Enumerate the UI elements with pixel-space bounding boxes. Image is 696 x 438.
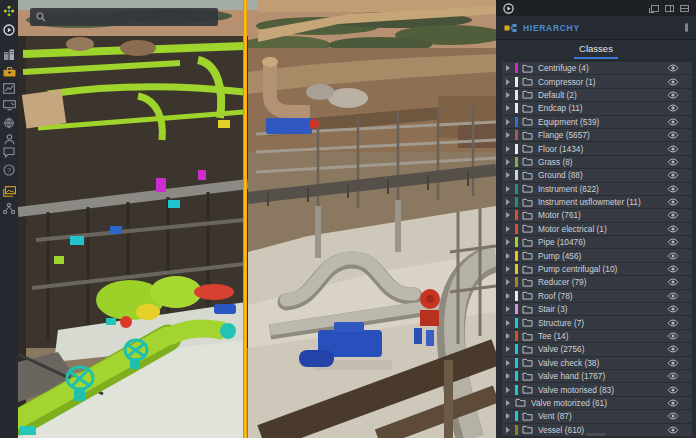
panel-play-circle-icon[interactable] bbox=[503, 3, 514, 14]
class-row[interactable]: Roof (78) bbox=[502, 290, 692, 302]
class-row[interactable]: Motor electrical (1) bbox=[502, 223, 692, 235]
class-row[interactable]: Default (2) bbox=[502, 89, 692, 101]
class-row[interactable]: Flange (5657) bbox=[502, 129, 692, 141]
class-row[interactable]: Valve hand (1767) bbox=[502, 370, 692, 382]
visibility-eye-icon[interactable] bbox=[667, 118, 679, 126]
visibility-eye-icon[interactable] bbox=[667, 265, 679, 273]
new-pane-icon[interactable] bbox=[651, 5, 659, 12]
expand-arrow-icon[interactable] bbox=[506, 65, 510, 71]
chat-icon[interactable] bbox=[2, 146, 16, 159]
class-row[interactable]: Stair (3) bbox=[502, 303, 692, 315]
class-row[interactable]: Grass (8) bbox=[502, 156, 692, 168]
tab-classes[interactable]: Classes bbox=[574, 43, 618, 59]
visibility-eye-icon[interactable] bbox=[667, 91, 679, 99]
search-bar[interactable] bbox=[30, 8, 218, 26]
globe-icon[interactable] bbox=[2, 116, 16, 129]
visibility-eye-icon[interactable] bbox=[667, 238, 679, 246]
expand-arrow-icon[interactable] bbox=[506, 253, 510, 259]
user-icon[interactable] bbox=[2, 133, 16, 146]
visibility-eye-icon[interactable] bbox=[667, 171, 679, 179]
visibility-eye-icon[interactable] bbox=[667, 104, 679, 112]
visibility-eye-icon[interactable] bbox=[667, 198, 679, 206]
visibility-eye-icon[interactable] bbox=[667, 426, 679, 434]
comparison-divider[interactable] bbox=[243, 0, 247, 438]
class-row[interactable]: Valve check (38) bbox=[502, 357, 692, 369]
visibility-eye-icon[interactable] bbox=[667, 64, 679, 72]
viewport-scene[interactable] bbox=[18, 0, 496, 438]
panel-grip-handle[interactable] bbox=[685, 23, 688, 32]
expand-arrow-icon[interactable] bbox=[506, 172, 510, 178]
chart-icon[interactable] bbox=[2, 82, 16, 95]
expand-arrow-icon[interactable] bbox=[506, 199, 510, 205]
class-row[interactable]: Instrument usflowmeter (11) bbox=[502, 196, 692, 208]
panel-scrollbar[interactable] bbox=[586, 433, 606, 436]
expand-arrow-icon[interactable] bbox=[506, 266, 510, 272]
expand-arrow-icon[interactable] bbox=[506, 146, 510, 152]
visibility-eye-icon[interactable] bbox=[667, 158, 679, 166]
visibility-eye-icon[interactable] bbox=[667, 412, 679, 420]
visibility-eye-icon[interactable] bbox=[667, 252, 679, 260]
split-horizontal-icon[interactable] bbox=[680, 5, 689, 12]
expand-arrow-icon[interactable] bbox=[506, 105, 510, 111]
class-row[interactable]: Endcap (11) bbox=[502, 102, 692, 114]
class-row[interactable]: Centrifuge (4) bbox=[502, 62, 692, 74]
class-row[interactable]: Valve (2756) bbox=[502, 343, 692, 355]
expand-arrow-icon[interactable] bbox=[506, 79, 510, 85]
expand-arrow-icon[interactable] bbox=[506, 346, 510, 352]
play-circle-icon[interactable] bbox=[2, 23, 16, 36]
visibility-eye-icon[interactable] bbox=[667, 305, 679, 313]
display-icon[interactable] bbox=[2, 99, 16, 112]
visibility-eye-icon[interactable] bbox=[667, 319, 679, 327]
expand-arrow-icon[interactable] bbox=[506, 387, 510, 393]
expand-arrow-icon[interactable] bbox=[506, 239, 510, 245]
expand-arrow-icon[interactable] bbox=[506, 92, 510, 98]
class-row[interactable]: Structure (7) bbox=[502, 316, 692, 328]
class-row[interactable]: Compressor (1) bbox=[502, 75, 692, 87]
expand-arrow-icon[interactable] bbox=[506, 413, 510, 419]
expand-arrow-icon[interactable] bbox=[506, 132, 510, 138]
class-row[interactable]: Ground (88) bbox=[502, 169, 692, 181]
share-icon[interactable] bbox=[2, 202, 16, 215]
class-row[interactable]: Tee (14) bbox=[502, 330, 692, 342]
buildings-icon[interactable] bbox=[2, 48, 16, 61]
class-row[interactable]: Motor (761) bbox=[502, 209, 692, 221]
gallery-icon[interactable] bbox=[2, 185, 16, 198]
expand-arrow-icon[interactable] bbox=[506, 320, 510, 326]
expand-arrow-icon[interactable] bbox=[506, 279, 510, 285]
visibility-eye-icon[interactable] bbox=[667, 211, 679, 219]
expand-arrow-icon[interactable] bbox=[506, 159, 510, 165]
class-row[interactable]: Equipment (539) bbox=[502, 116, 692, 128]
viewport-3d[interactable] bbox=[18, 0, 496, 438]
search-input[interactable] bbox=[46, 11, 200, 23]
class-row[interactable]: Pump centrifugal (10) bbox=[502, 263, 692, 275]
class-row[interactable]: Instrument (622) bbox=[502, 183, 692, 195]
class-row[interactable]: Valve motorized (61) bbox=[502, 397, 692, 409]
class-row[interactable]: Pump (456) bbox=[502, 249, 692, 261]
visibility-eye-icon[interactable] bbox=[667, 399, 679, 407]
visibility-eye-icon[interactable] bbox=[667, 78, 679, 86]
expand-arrow-icon[interactable] bbox=[506, 373, 510, 379]
visibility-eye-icon[interactable] bbox=[667, 359, 679, 367]
class-row[interactable]: Vent (87) bbox=[502, 410, 692, 422]
visibility-eye-icon[interactable] bbox=[667, 131, 679, 139]
visibility-eye-icon[interactable] bbox=[667, 332, 679, 340]
expand-arrow-icon[interactable] bbox=[506, 427, 510, 433]
visibility-eye-icon[interactable] bbox=[667, 292, 679, 300]
expand-arrow-icon[interactable] bbox=[506, 306, 510, 312]
expand-arrow-icon[interactable] bbox=[506, 226, 510, 232]
visibility-eye-icon[interactable] bbox=[667, 225, 679, 233]
expand-arrow-icon[interactable] bbox=[506, 400, 510, 406]
visibility-eye-icon[interactable] bbox=[667, 372, 679, 380]
visibility-eye-icon[interactable] bbox=[667, 345, 679, 353]
split-vertical-icon[interactable] bbox=[665, 5, 674, 12]
toolbox-icon[interactable] bbox=[2, 65, 16, 78]
help-icon[interactable]: ? bbox=[2, 163, 16, 176]
class-row[interactable]: Reducer (79) bbox=[502, 276, 692, 288]
visibility-eye-icon[interactable] bbox=[667, 185, 679, 193]
visibility-eye-icon[interactable] bbox=[667, 386, 679, 394]
visibility-eye-icon[interactable] bbox=[667, 278, 679, 286]
visibility-eye-icon[interactable] bbox=[667, 145, 679, 153]
expand-arrow-icon[interactable] bbox=[506, 212, 510, 218]
class-row[interactable]: Pipe (10476) bbox=[502, 236, 692, 248]
class-row[interactable]: Valve motorised (83) bbox=[502, 383, 692, 395]
